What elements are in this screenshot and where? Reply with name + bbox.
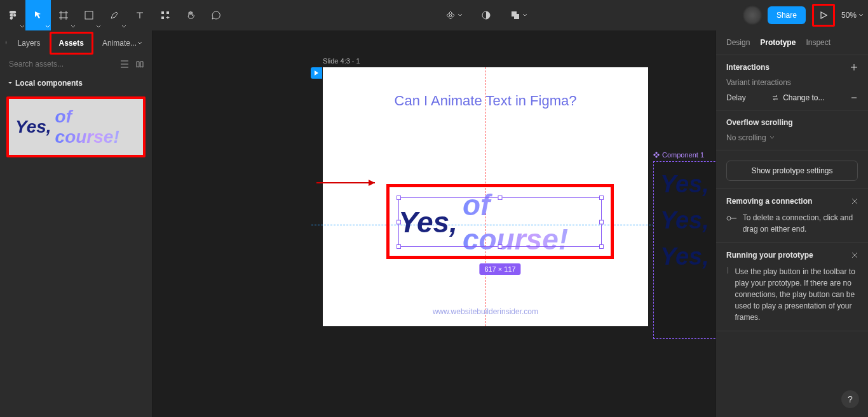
variant-1[interactable]: Yes, of course! xyxy=(660,171,715,198)
pen-tool-button[interactable] xyxy=(102,0,127,30)
mask-button[interactable] xyxy=(473,0,499,30)
interaction-row[interactable]: Delay Change to... xyxy=(726,93,858,102)
interactions-title: Interactions xyxy=(726,63,770,72)
frame-label[interactable]: Slide 4:3 - 1 xyxy=(323,57,360,65)
trigger-label: Delay xyxy=(726,93,746,102)
chevron-down-icon xyxy=(46,25,50,28)
resize-handle[interactable] xyxy=(397,195,401,200)
connection-drag-icon xyxy=(726,212,736,225)
running-prototype-section: Running your prototype Use the play butt… xyxy=(716,242,868,331)
asset-text-ofcourse: of course! xyxy=(55,107,137,147)
text-tool-button[interactable] xyxy=(127,0,153,30)
highlight-asset-card: Yes, of course! xyxy=(6,96,146,157)
move-tool-button[interactable] xyxy=(25,0,51,30)
cursor-icon xyxy=(34,11,43,20)
svg-rect-3 xyxy=(166,11,169,14)
tab-layers[interactable]: Layers xyxy=(13,35,46,51)
component-menu-button[interactable] xyxy=(445,0,462,30)
chevron-down-icon xyxy=(20,25,24,28)
prototype-settings-section: Show prototype settings xyxy=(716,150,868,189)
tab-animate[interactable]: Animate... xyxy=(97,35,147,51)
present-button[interactable] xyxy=(812,4,835,27)
selection-bounds[interactable] xyxy=(398,197,602,247)
dimension-badge: 617 × 117 xyxy=(479,263,520,275)
shape-tool-button[interactable] xyxy=(76,0,102,30)
svg-point-0 xyxy=(13,14,16,17)
pen-icon xyxy=(109,10,119,20)
resize-handle[interactable] xyxy=(397,244,401,249)
chevron-down-icon xyxy=(523,14,527,17)
action-label: Change to... xyxy=(783,93,824,102)
resize-handle[interactable] xyxy=(599,195,604,200)
resize-handle[interactable] xyxy=(498,244,503,249)
caret-down-icon xyxy=(8,81,13,86)
svg-rect-2 xyxy=(161,11,164,14)
swap-icon xyxy=(771,94,779,102)
tab-inspect[interactable]: Inspect xyxy=(806,38,831,47)
removing-connection-section: Removing a connection To delete a connec… xyxy=(716,189,868,242)
canvas[interactable]: Slide 4:3 - 1 Can I Animate Text in Figm… xyxy=(153,30,715,417)
chevron-down-icon xyxy=(859,14,863,17)
rectangle-icon xyxy=(85,11,93,20)
component1-frame[interactable]: Yes, of course! Yes, definitely! Yes, ab… xyxy=(653,161,715,339)
chevron-down-icon xyxy=(71,25,75,28)
show-prototype-settings-button[interactable]: Show prototype settings xyxy=(726,161,858,181)
figma-menu-button[interactable] xyxy=(0,0,25,30)
hand-tool-button[interactable] xyxy=(178,0,203,30)
overflow-dropdown[interactable]: No scrolling xyxy=(726,133,858,142)
tab-assets[interactable]: Assets xyxy=(54,35,89,51)
resize-handle[interactable] xyxy=(599,220,604,225)
boolean-button[interactable] xyxy=(510,0,527,30)
mask-icon xyxy=(481,10,491,20)
help-button[interactable]: ? xyxy=(841,390,859,408)
library-icon[interactable] xyxy=(135,60,144,69)
highlight-selection: Yes, of course! 617 × 117 xyxy=(386,184,614,259)
tab-prototype[interactable]: Prototype xyxy=(760,38,796,47)
chevron-down-icon xyxy=(122,25,126,28)
running-body: Use the play button in the toolbar to pl… xyxy=(735,266,858,323)
resize-handle[interactable] xyxy=(498,195,503,200)
chevron-down-icon xyxy=(97,25,100,28)
overflow-value: No scrolling xyxy=(726,133,766,142)
list-view-icon[interactable] xyxy=(120,60,129,69)
right-panel: Design Prototype Inspect Interactions Va… xyxy=(715,30,868,417)
left-panel: Layers Assets Animate... Local componen xyxy=(0,30,153,417)
close-icon[interactable] xyxy=(851,198,858,204)
share-button[interactable]: Share xyxy=(768,6,806,24)
close-icon[interactable] xyxy=(851,252,858,258)
tab-design[interactable]: Design xyxy=(726,38,750,47)
comment-icon xyxy=(211,10,221,20)
interactions-section: Interactions Variant interactions Delay … xyxy=(716,55,868,110)
minus-icon[interactable] xyxy=(850,94,858,102)
comment-tool-button[interactable] xyxy=(203,0,229,30)
search-icon[interactable] xyxy=(5,39,6,48)
overflow-section: Overflow scrolling No scrolling xyxy=(716,110,868,150)
resources-tool-button[interactable] xyxy=(153,0,178,30)
svg-rect-1 xyxy=(85,11,93,19)
resize-handle[interactable] xyxy=(397,220,401,225)
top-toolbar: Share 50% xyxy=(0,0,868,30)
variant-2[interactable]: Yes, definitely! xyxy=(660,207,715,234)
hand-icon xyxy=(186,10,196,20)
running-title: Running your prototype xyxy=(726,251,813,260)
local-components-header[interactable]: Local components xyxy=(0,72,152,91)
assets-search-input[interactable] xyxy=(9,60,115,69)
component1-label[interactable]: Component 1 xyxy=(653,151,704,159)
boolean-union-icon xyxy=(510,10,520,20)
flow-start-badge[interactable] xyxy=(311,67,322,79)
frame-slide[interactable]: Can I Animate Text in Figma? Yes, of cou… xyxy=(323,67,648,326)
zoom-dropdown[interactable]: 50% xyxy=(841,11,863,20)
resize-handle[interactable] xyxy=(599,244,604,249)
chevron-down-icon xyxy=(458,14,462,17)
annotation-arrow-icon xyxy=(316,176,380,189)
svg-rect-4 xyxy=(161,17,164,19)
frame-tool-button[interactable] xyxy=(51,0,76,30)
zoom-value: 50% xyxy=(841,11,857,20)
plus-icon[interactable] xyxy=(850,63,858,71)
asset-component-card[interactable]: Yes, of course! xyxy=(9,99,143,155)
variant-3[interactable]: Yes, absolutely! xyxy=(660,243,715,270)
chevron-down-icon xyxy=(770,136,774,139)
svg-point-8 xyxy=(727,216,731,220)
user-avatar[interactable] xyxy=(743,6,761,24)
frame-icon xyxy=(58,10,69,20)
